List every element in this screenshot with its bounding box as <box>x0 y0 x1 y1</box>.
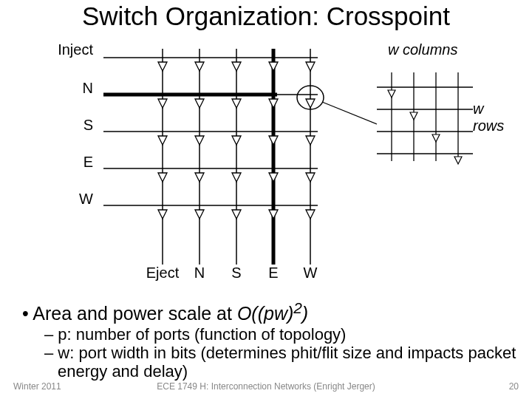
col-label-e: E <box>255 265 292 282</box>
row-label-e: E <box>49 154 93 171</box>
col-label-s: S <box>218 265 255 282</box>
col-label-n: N <box>181 265 218 282</box>
bullet-main: • Area and power scale at O((pw)2) <box>22 299 517 324</box>
bullet-main-prefix: • Area and power scale at <box>22 303 237 324</box>
crosspoint-diagram: Inject N S E W Eject N S E W w columns w… <box>52 43 480 279</box>
bullets: • Area and power scale at O((pw)2) – p: … <box>22 299 517 381</box>
w-rows-label: w rows <box>473 100 504 134</box>
row-label-n: N <box>49 80 93 97</box>
footer-page: 20 <box>509 381 519 392</box>
svg-line-13 <box>322 102 377 124</box>
bullet-sub-2: – w: port width in bits (determines phit… <box>44 344 517 381</box>
col-label-w: W <box>292 265 329 282</box>
slide-title: Switch Organization: Crosspoint <box>0 1 532 31</box>
footer-course: ECE 1749 H: Interconnection Networks (En… <box>0 381 532 392</box>
bullet-sub-1: – p: number of ports (function of topolo… <box>44 326 517 344</box>
row-label-w: W <box>49 191 93 208</box>
slide: Switch Organization: Crosspoint <box>0 0 532 399</box>
bullet-main-exp: 2 <box>293 299 302 316</box>
w-columns-label: w columns <box>388 41 457 58</box>
bullet-main-suffix: ) <box>302 303 308 324</box>
diagram-svg <box>52 43 480 279</box>
col-label-eject: Eject <box>144 265 181 282</box>
row-label-inject: Inject <box>49 41 93 58</box>
bullet-main-formula: O((pw) <box>237 303 293 324</box>
row-label-s: S <box>49 117 93 134</box>
